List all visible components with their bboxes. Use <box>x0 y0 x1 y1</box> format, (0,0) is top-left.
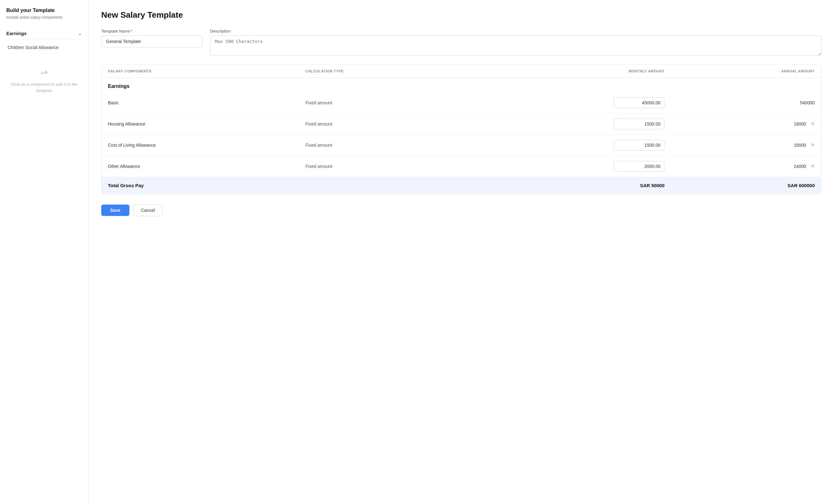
monthly-input-basic[interactable] <box>614 97 664 108</box>
description-input[interactable] <box>210 36 821 56</box>
col-header-components: SALARY COMPONENTS <box>102 65 299 78</box>
monthly-input-cola[interactable] <box>614 140 664 151</box>
remove-other-icon[interactable]: ✕ <box>811 164 815 169</box>
table-row: Cost of Living Allowance Fixed amount 18… <box>102 135 821 156</box>
table-row: Housing Allowance Fixed amount 18000✕ <box>102 114 821 135</box>
arrow-icon: ↪ <box>39 67 49 79</box>
section-earnings: Earnings <box>102 78 821 93</box>
annual-cola: 18000 <box>794 143 806 148</box>
main-content: New Salary Template Template Name* Descr… <box>89 0 834 504</box>
calc-type-basic: Fixed amount <box>305 100 332 105</box>
annual-housing: 18000 <box>794 121 806 127</box>
table-row: Basic Fixed amount 540000 <box>102 92 821 114</box>
template-form: Template Name* Description <box>101 29 821 56</box>
sidebar-subtitle: Include active salary components <box>6 15 82 20</box>
monthly-input-other[interactable] <box>614 161 664 172</box>
save-button[interactable]: Save <box>101 205 129 216</box>
total-row: Total Gross Pay SAR 50000 SAR 600000 <box>102 177 821 194</box>
template-name-input[interactable] <box>101 36 202 47</box>
total-monthly: SAR 50000 <box>640 183 665 188</box>
total-label: Total Gross Pay <box>108 183 144 188</box>
annual-other: 24000 <box>794 164 806 169</box>
sidebar-hint-text: Click on a component to add it to the te… <box>6 81 82 94</box>
component-housing: Housing Allowance <box>108 121 145 127</box>
total-annual: SAR 600000 <box>788 183 815 188</box>
action-buttons: Save Cancel <box>101 204 821 216</box>
calc-type-cola: Fixed amount <box>305 143 332 148</box>
salary-table-container: SALARY COMPONENTS CALCULATION TYPE MONTH… <box>101 65 821 194</box>
remove-cola-icon[interactable]: ✕ <box>811 143 815 148</box>
cancel-button[interactable]: Cancel <box>133 204 163 216</box>
component-basic: Basic <box>108 100 119 105</box>
monthly-input-housing[interactable] <box>614 119 664 129</box>
required-star: * <box>131 29 132 33</box>
salary-table: SALARY COMPONENTS CALCULATION TYPE MONTH… <box>102 65 821 194</box>
template-name-group: Template Name* <box>101 29 202 56</box>
remove-housing-icon[interactable]: ✕ <box>811 121 815 127</box>
calc-type-other: Fixed amount <box>305 164 332 169</box>
sidebar-hint-area: ↪ Click on a component to add it to the … <box>6 68 82 94</box>
sidebar-section-label-earnings: Earnings <box>6 31 27 36</box>
sidebar-title: Build your Template <box>6 7 82 13</box>
component-cola: Cost of Living Allowance <box>108 143 156 148</box>
col-header-calc-type: CALCULATION TYPE <box>299 65 465 78</box>
chevron-down-icon: ⌄ <box>78 30 82 36</box>
sidebar-item-list: Children Social Allowance <box>6 40 82 55</box>
description-group: Description <box>210 29 821 56</box>
template-name-label: Template Name* <box>101 29 202 33</box>
col-header-annual: ANNUAL AMOUNT <box>671 65 821 78</box>
page-title: New Salary Template <box>101 10 821 20</box>
sidebar-section-earnings[interactable]: Earnings ⌄ <box>6 27 82 40</box>
calc-type-housing: Fixed amount <box>305 121 332 127</box>
description-label: Description <box>210 29 821 33</box>
sidebar: Build your Template Include active salar… <box>0 0 89 504</box>
sidebar-item-children-social-allowance[interactable]: Children Social Allowance <box>6 42 82 52</box>
col-header-monthly: MONTHLY AMOUNT <box>465 65 671 78</box>
annual-basic: 540000 <box>800 100 815 105</box>
table-row: Other Allowance Fixed amount 24000✕ <box>102 156 821 177</box>
component-other: Other Allowance <box>108 164 140 169</box>
section-earnings-label: Earnings <box>102 78 821 93</box>
